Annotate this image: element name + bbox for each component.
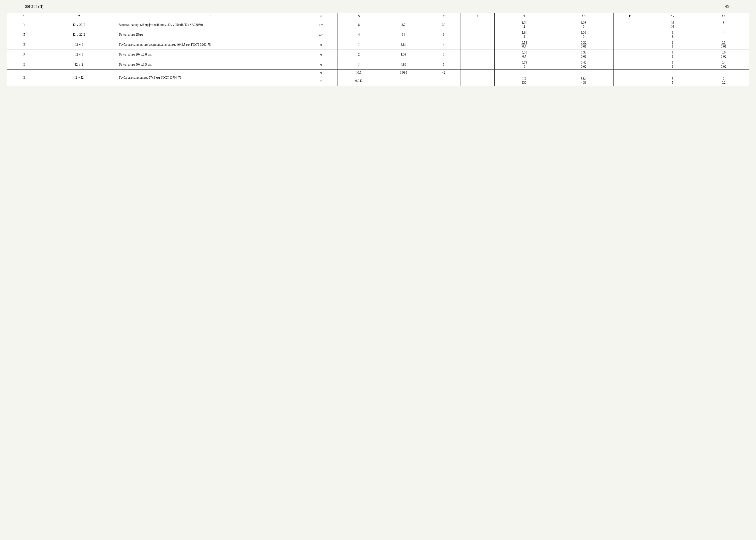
row-code: I2-у-I2 (41, 70, 117, 86)
page-code: 50I-3-I8 (П) (25, 5, 44, 9)
col-header-11: 11 (613, 13, 647, 20)
row-col11: – (613, 50, 647, 60)
row-col7: 30 (427, 20, 461, 30)
row-col10b: 58,4 4,38 (554, 76, 613, 86)
row-desc: Вентиль запорный муфтовый диам.40мм I5кч… (117, 20, 304, 30)
row-col12: I I (647, 40, 698, 50)
row-desc: То же, диам.20х х2,8 мм (117, 50, 304, 60)
row-col9: 0,79 I (494, 60, 554, 70)
table-row: I4 I2-у-22I2 Вентиль запорный муфтовый д… (7, 20, 749, 30)
row-col5: I (338, 40, 380, 50)
row-code: I2-у-2 (41, 60, 117, 70)
row-col7b: – (427, 76, 461, 86)
row-col6: 3,84 (380, 40, 427, 50)
row-col6b: – (380, 76, 427, 86)
row-col10: 0,32 0,01 (554, 40, 613, 50)
row-col8: – (461, 20, 494, 30)
col-header-7: 7 (427, 13, 461, 20)
col-header-10: 10 (554, 13, 613, 20)
row-col12a: – (647, 70, 698, 76)
col-header-13: 13 (698, 13, 749, 20)
row-col11b: – (613, 76, 647, 86)
row-col7: 6 (427, 30, 461, 40)
row-unit: шт (304, 30, 337, 40)
col-header-2: 2 (41, 13, 117, 20)
row-id: I7 (7, 50, 41, 60)
row-col9: I,9I 2 (494, 30, 554, 40)
row-col12b: 5 5 (647, 76, 698, 86)
row-desc: То же, диам.50х х3,5 мм (117, 60, 304, 70)
col-header-6: 6 (380, 13, 427, 20)
row-col7: 5 (427, 60, 461, 70)
table-row: I6 I2-у-I Труба стальная во-догазопровод… (7, 40, 749, 50)
row-col11: – (613, 20, 647, 30)
row-col10: 0,32 0,01 (554, 50, 613, 60)
row-col7a: 42 (427, 70, 461, 76)
row-id: I8 (7, 60, 41, 70)
fraction-13: 8 – (723, 21, 724, 29)
row-col10: I,08 0 (554, 30, 613, 40)
row-col13: 0,6 0,02 (698, 50, 749, 60)
row-id: I4 (7, 20, 41, 30)
row-col9: 0,58 0,7 (494, 40, 554, 50)
col-header-8: 8 (461, 13, 494, 20)
row-code: I2-у-I (41, 50, 117, 60)
row-unit-b: т (304, 76, 337, 86)
row-desc: Труба стальная диам. 57х3 мм ГОСТ I0704-… (117, 70, 304, 86)
row-id: I9 (7, 70, 41, 86)
row-col8: – (461, 50, 494, 60)
row-col10: 0,42 0,02 (554, 60, 613, 70)
row-col8: – (461, 40, 494, 50)
table-row: I7 I2-у-I То же, диам.20х х2,8 мм м 2 I,… (7, 50, 749, 60)
row-col5: 2 (338, 50, 380, 60)
row-unit: шт (304, 20, 337, 30)
row-col9a: – (494, 70, 554, 76)
row-unit: м (304, 40, 337, 50)
row-col5: 4 (338, 30, 380, 40)
col-header-4: 4 (304, 13, 337, 20)
row-col6a: 3,995 (380, 70, 427, 76)
row-unit: м (304, 60, 337, 70)
table-row: I9 I2-у-I2 Труба стальная диам. 57х3 мм … (7, 70, 749, 76)
row-desc: То же, диам.25мм (117, 30, 304, 40)
table-row: I5 I2-у-22I2 То же, диам.25мм шт 4 I,4 6… (7, 30, 749, 40)
row-col7: 3 (427, 50, 461, 60)
row-col13b: 2 0,2 (698, 76, 749, 86)
row-col13: 8 – (698, 20, 749, 30)
row-col8: – (461, 30, 494, 40)
row-col11: – (613, 40, 647, 50)
row-col9: I,9I 2 (494, 20, 554, 30)
row-col12: I5 I6 (647, 20, 698, 30)
col-header-12: 12 (647, 13, 698, 20)
row-code: I2-у-22I2 (41, 20, 117, 30)
row-col7: 4 (427, 40, 461, 50)
row-id: I5 (7, 30, 41, 40)
row-col12: I I (647, 60, 698, 70)
fraction-10: I,08 0 (581, 21, 586, 29)
row-col10: I,08 0 (554, 20, 613, 30)
col-header-3: 3 (117, 13, 304, 20)
row-col8b: – (461, 76, 494, 86)
header-row: 1 2 3 4 5 6 7 8 9 10 11 12 13 (7, 13, 749, 20)
row-col12: 8 8 (647, 30, 698, 40)
row-col5b: 0,042 (338, 76, 380, 86)
col-header-5: 5 (338, 13, 380, 20)
row-col11: – (613, 30, 647, 40)
row-unit-a: м (304, 70, 337, 76)
row-col13: 0,3 0,01 (698, 40, 749, 50)
row-col6: 4,88 (380, 60, 427, 70)
row-col5a: I0,5 (338, 70, 380, 76)
fraction-9: I,9I 2 (522, 21, 527, 29)
row-col6: I,66 (380, 50, 427, 60)
fraction-12: I5 I6 (671, 21, 674, 29)
row-col6: I,4 (380, 30, 427, 40)
row-col13: 0,4 0,02 (698, 60, 749, 70)
row-col13a: – (698, 70, 749, 76)
row-unit: м (304, 50, 337, 60)
row-col11: – (613, 60, 647, 70)
row-desc: Труба стальная во-догазопроводная диам. … (117, 40, 304, 50)
row-col11a: – (613, 70, 647, 76)
row-col9: 0,58 0,7 (494, 50, 554, 60)
row-col13: 4 – (698, 30, 749, 40)
row-col8: – (461, 60, 494, 70)
